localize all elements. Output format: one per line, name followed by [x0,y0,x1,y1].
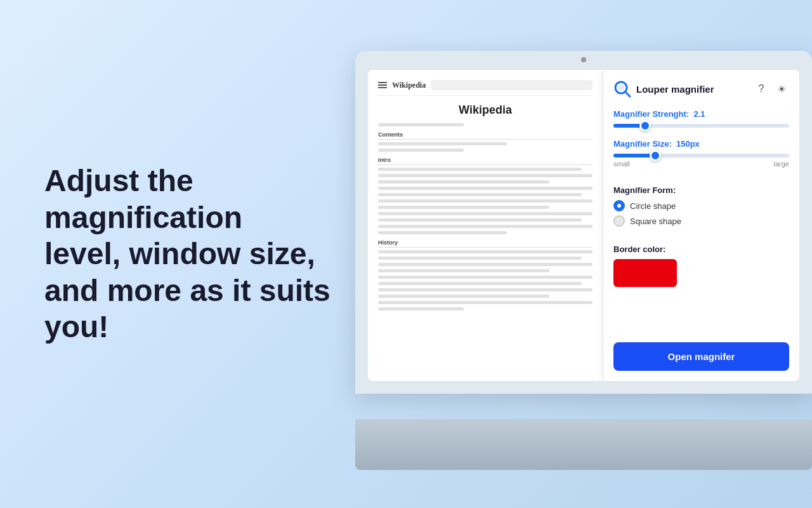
wiki-line [378,276,593,279]
size-small-label: small [613,160,630,168]
wiki-line [378,257,582,260]
wiki-logo: Wikipedia [392,81,426,90]
svg-line-1 [625,92,630,97]
wiki-line [378,218,582,222]
wiki-line [378,212,593,215]
theme-button[interactable]: ☀ [774,81,789,97]
radio-square-dot[interactable] [613,215,625,227]
radio-circle[interactable]: Circle shape [613,200,789,211]
wiki-line [378,250,593,253]
louper-icon [613,80,631,98]
wiki-line [378,225,593,228]
size-section: Magnifier Size: 150px small large [613,139,789,177]
form-label: Magnifier Form: [613,185,789,195]
border-color-label: Border color: [613,244,789,254]
wiki-section: Intro [378,157,593,165]
radio-circle-label: Circle shape [630,201,676,211]
wiki-line [378,269,549,272]
wiki-line [378,307,464,311]
size-slider-labels: small large [613,160,789,168]
wiki-line [378,123,464,126]
extension-panel: Louper magnifier ? ☀ Magnifier Strenght:… [603,70,799,381]
hamburger-icon [378,82,387,88]
wiki-line [378,231,507,234]
wiki-line [378,301,593,304]
wiki-line [378,282,582,285]
wiki-line [378,206,549,209]
strength-label: Magnifier Strenght: 2.1 [613,109,789,119]
wikipedia-page: Wikipedia Wikipedia Contents Intro [368,70,603,381]
size-large-label: large [774,160,789,168]
strength-value: 2.1 [693,109,705,119]
color-swatch[interactable] [613,259,677,287]
size-value: 150px [676,139,700,149]
svg-point-2 [618,84,624,91]
radio-square-label: Square shape [630,217,681,226]
wiki-line [378,149,464,152]
open-magnifier-button[interactable]: Open magnifer [613,342,789,371]
wiki-line [378,263,593,266]
wiki-line [378,187,593,190]
wiki-search-bar [431,80,593,90]
camera-dot [581,57,586,62]
hero-line1: Adjust the magnification [44,164,242,234]
monitor-bottom [355,419,812,470]
hero-line3: and more as it suits you! [44,274,331,344]
size-label: Magnifier Size: 150px [613,139,789,149]
help-button[interactable]: ? [754,81,769,97]
wiki-line [378,288,593,291]
wiki-line [378,295,549,298]
monitor: Wikipedia Wikipedia Contents Intro [355,0,812,508]
wiki-title: Wikipedia [378,104,593,117]
wiki-section: History [378,239,593,248]
wiki-line [378,174,593,177]
strength-section: Magnifier Strenght: 2.1 [613,109,789,130]
panel-title: Louper magnifier [636,84,714,95]
wiki-line [378,199,593,203]
wiki-header: Wikipedia [378,80,593,96]
wiki-line [378,142,507,145]
wiki-section: Contents [378,131,593,140]
panel-title-group: Louper magnifier [613,80,714,98]
border-color-section: Border color: [613,244,789,297]
wiki-line [378,168,582,171]
strength-slider-thumb[interactable] [639,120,651,131]
panel-header: Louper magnifier ? ☀ [613,80,789,98]
hero-line2: level, window size, [44,237,315,271]
size-slider-thumb[interactable] [650,150,661,161]
radio-square[interactable]: Square shape [613,215,789,227]
strength-slider[interactable] [613,124,789,128]
size-slider[interactable] [613,154,789,157]
wiki-line [378,180,549,184]
monitor-bezel: Wikipedia Wikipedia Contents Intro [355,51,812,394]
radio-circle-dot[interactable] [613,200,625,211]
form-options: Circle shape Square shape [613,200,789,227]
screen-content: Wikipedia Wikipedia Contents Intro [368,70,799,381]
wiki-line [378,193,582,196]
form-section: Magnifier Form: Circle shape Square shap… [613,185,789,236]
panel-actions: ? ☀ [754,81,789,97]
hero-text: Adjust the magnification level, window s… [44,163,374,345]
